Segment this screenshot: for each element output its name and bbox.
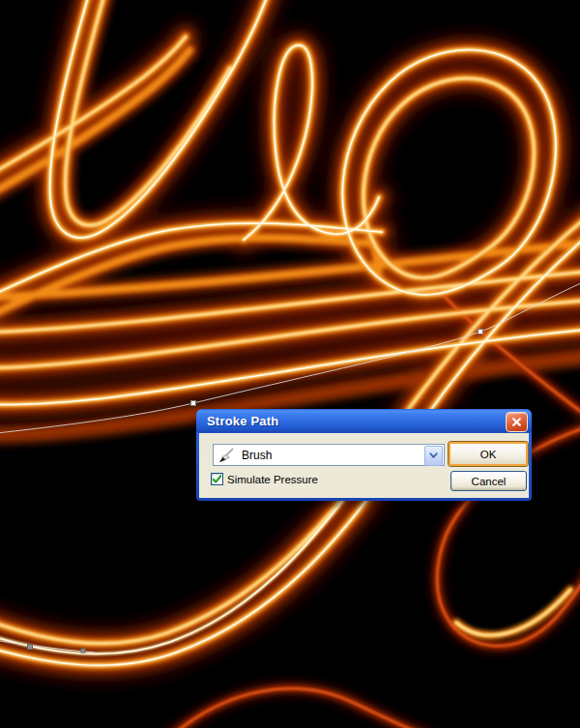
brush-icon: [218, 447, 235, 464]
close-icon: [511, 417, 522, 427]
path-anchor-selected: [81, 649, 85, 653]
cancel-button[interactable]: Cancel: [450, 471, 527, 491]
dialog-body: Brush Simulate Pressure OK Cancel: [199, 433, 529, 498]
simulate-pressure-label: Simulate Pressure: [227, 474, 318, 485]
checkmark-icon: [212, 474, 222, 484]
chevron-down-icon: [429, 452, 438, 459]
stroke-path-dialog: Stroke Path Brush: [196, 409, 532, 501]
simulate-pressure-checkbox[interactable]: [211, 473, 223, 485]
dialog-title: Stroke Path: [196, 414, 278, 428]
path-anchor: [191, 401, 196, 406]
light-painting-image: [0, 0, 580, 728]
simulate-pressure-row: Simulate Pressure: [211, 473, 318, 485]
stroke-tool-value: Brush: [242, 449, 272, 462]
light-trails: [0, 0, 580, 728]
photoshop-canvas: Stroke Path Brush: [0, 0, 580, 728]
path-anchor-selected: [28, 645, 33, 650]
dialog-titlebar[interactable]: Stroke Path: [196, 409, 532, 433]
ok-button[interactable]: OK: [449, 442, 528, 466]
stroke-tool-select[interactable]: Brush: [213, 444, 445, 466]
combo-dropdown-button[interactable]: [424, 446, 443, 466]
close-button[interactable]: [506, 412, 528, 432]
path-anchor: [478, 330, 483, 335]
